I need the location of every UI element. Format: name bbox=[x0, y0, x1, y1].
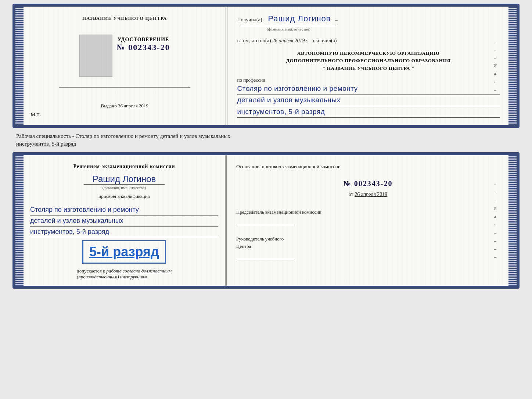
card2-left-panel: Решением экзаменационной комиссии Рашид … bbox=[24, 155, 226, 286]
received-label: Получил(а) bbox=[237, 17, 262, 23]
right-marks-1: – – – И а ← – bbox=[493, 39, 497, 93]
vtom-date: 26 апреля 2019г. bbox=[272, 38, 308, 43]
received-row: Получил(а) Рашид Логинов – bbox=[237, 14, 500, 24]
rukovoditel-signature bbox=[236, 252, 295, 259]
ot-date-row: от 26 апреля 2019 bbox=[236, 192, 500, 197]
dopusk-prefix: допускается к bbox=[77, 268, 105, 274]
card-inner-1: НАЗВАНИЕ УЧЕБНОГО ЦЕНТРА УДОСТОВЕРЕНИЕ №… bbox=[24, 7, 508, 125]
issued-label: Выдано bbox=[101, 103, 117, 108]
right-marks-2: – – – И а ← – – – – bbox=[493, 181, 497, 260]
org-line1: АВТОНОМНУЮ НЕКОММЕРЧЕСКУЮ ОРГАНИЗАЦИЮ bbox=[237, 50, 500, 57]
card1-left-panel: НАЗВАНИЕ УЧЕБНОГО ЦЕНТРА УДОСТОВЕРЕНИЕ №… bbox=[24, 7, 226, 125]
left-binding-edge-2 bbox=[15, 155, 24, 286]
card2-right-panel: Основание: протокол экзаменационной коми… bbox=[227, 155, 508, 286]
osnov-label: Основание: протокол экзаменационной коми… bbox=[236, 164, 341, 169]
received-name: Рашид Логинов bbox=[268, 14, 331, 24]
card1-right-panel: Получил(а) Рашид Логинов – (фамилия, имя… bbox=[228, 7, 508, 125]
rukovoditel-block: Руководитель учебного Центра bbox=[236, 235, 500, 261]
chairman-block: Председатель экзаменационной комиссии bbox=[236, 209, 500, 228]
school-name-title: НАЗВАНИЕ УЧЕБНОГО ЦЕНТРА bbox=[82, 15, 167, 21]
specialty-prefix: Рабочая специальность - Столяр по изгото… bbox=[16, 133, 230, 139]
card-divider-2 bbox=[226, 155, 227, 286]
vtom-row: в том, что он(а) 26 апреля 2019г. окончи… bbox=[237, 38, 500, 44]
big-rank-text: 5-й разряд bbox=[89, 244, 159, 260]
profession-block-2: Столяр по изготовлению и ремонту деталей… bbox=[30, 204, 218, 237]
chairman-label: Председатель экзаменационной комиссии bbox=[236, 209, 500, 216]
qual-line1: Столяр по изготовлению и ремонту bbox=[30, 204, 218, 215]
vtom-suffix: окончил(а) bbox=[313, 38, 337, 43]
right-binding-edge-1 bbox=[508, 7, 517, 125]
issued-line: Выдано 26 апреля 2019 bbox=[101, 96, 148, 109]
qual-line3: инструментов, 5-й разряд bbox=[30, 227, 218, 238]
card-divider bbox=[227, 7, 227, 125]
prof-line3-1: инструментов, 5-й разряд bbox=[237, 106, 500, 118]
ot-prefix: от bbox=[349, 192, 353, 197]
dash-after-name: – bbox=[335, 17, 338, 23]
org-block: АВТОНОМНУЮ НЕКОММЕРЧЕСКУЮ ОРГАНИЗАЦИЮ ДО… bbox=[237, 50, 500, 72]
rukovoditel-label: Руководитель учебного bbox=[236, 235, 500, 243]
osnov-block: Основание: протокол экзаменационной коми… bbox=[236, 163, 500, 171]
protocol-number: № 002343-20 bbox=[236, 179, 500, 188]
document-card-1: НАЗВАНИЕ УЧЕБНОГО ЦЕНТРА УДОСТОВЕРЕНИЕ №… bbox=[12, 4, 520, 128]
vtom-prefix: в том, что он(а) bbox=[237, 38, 271, 43]
chairman-signature bbox=[236, 218, 295, 225]
issued-date: 26 апреля 2019 bbox=[118, 103, 148, 108]
fio-label-1: (фамилия, имя, отчество) bbox=[241, 26, 336, 31]
cert-number: № 002343-20 bbox=[117, 43, 170, 52]
org-line2: ДОПОЛНИТЕЛЬНОГО ПРОФЕССИОНАЛЬНОГО ОБРАЗО… bbox=[237, 57, 500, 64]
specialty-text: Рабочая специальность - Столяр по изгото… bbox=[12, 131, 520, 149]
prof-line2-1: деталей и узлов музыкальных bbox=[237, 95, 500, 106]
photo-placeholder bbox=[79, 35, 112, 77]
cert-block: УДОСТОВЕРЕНИЕ № 002343-20 bbox=[117, 37, 170, 52]
prisvoena-text: присвоена квалификация bbox=[98, 193, 150, 199]
tsentra-label: Центра bbox=[236, 243, 500, 250]
specialty-underlined: инструментов, 5-й разряд bbox=[16, 141, 76, 147]
dopusk-cursive: работе согласно должностным bbox=[106, 268, 172, 274]
fio-label-2: (фамилия, имя, отчество) bbox=[84, 184, 165, 190]
profession-block-1: по профессии Столяр по изготовлению и ре… bbox=[237, 77, 500, 118]
decision-label: Решением экзаменационной комиссии bbox=[73, 163, 175, 170]
right-binding-edge-2 bbox=[508, 155, 517, 286]
org-line3: " НАЗВАНИЕ УЧЕБНОГО ЦЕНТРА " bbox=[237, 65, 500, 72]
big-rank-box: 5-й разряд bbox=[82, 240, 166, 264]
qual-line2: деталей и узлов музыкальных bbox=[30, 215, 218, 227]
card-inner-2: Решением экзаменационной комиссии Рашид … bbox=[24, 155, 508, 286]
dopusk-cursive2: (производственным) инструкциям bbox=[77, 274, 147, 279]
mp-line: М.П. bbox=[31, 112, 41, 118]
person-name-2: Рашид Логинов bbox=[93, 174, 156, 184]
po-professii-1: по профессии bbox=[237, 77, 500, 83]
cert-label: УДОСТОВЕРЕНИЕ bbox=[117, 37, 170, 43]
prof-line1-1: Столяр по изготовлению и ремонту bbox=[237, 83, 500, 95]
document-card-2: Решением экзаменационной комиссии Рашид … bbox=[12, 152, 520, 289]
dopusk-block: допускается к работе согласно должностны… bbox=[77, 268, 172, 280]
ot-date-val: 26 апреля 2019 bbox=[355, 192, 387, 197]
left-binding-edge bbox=[15, 7, 24, 125]
